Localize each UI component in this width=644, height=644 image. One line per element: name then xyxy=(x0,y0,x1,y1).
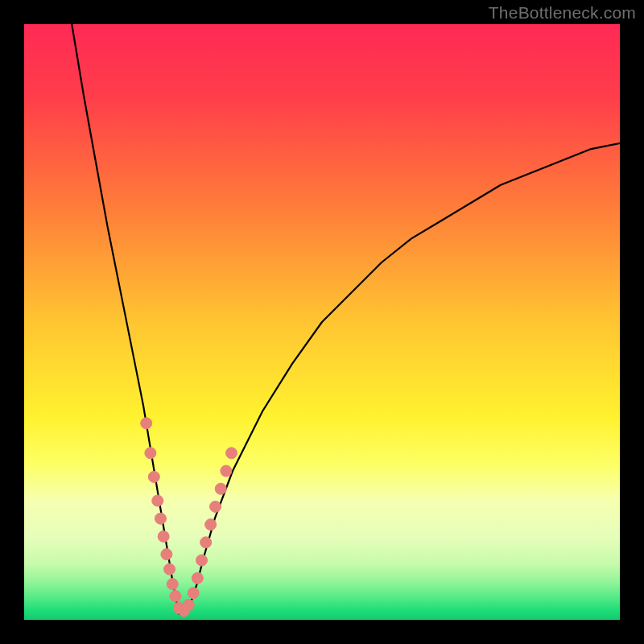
marker-dot xyxy=(215,483,226,494)
bottleneck-curve xyxy=(72,24,620,614)
marker-dot xyxy=(164,564,175,575)
watermark-label: TheBottleneck.com xyxy=(489,3,636,23)
marker-dot xyxy=(188,588,199,599)
chart-overlay xyxy=(24,24,620,620)
highlighted-points xyxy=(141,418,237,617)
marker-dot xyxy=(170,590,181,601)
marker-dot xyxy=(200,537,212,548)
marker-dot xyxy=(205,519,217,530)
marker-dot xyxy=(158,530,169,542)
marker-dot xyxy=(167,579,178,590)
marker-dot xyxy=(145,448,156,459)
marker-dot xyxy=(155,513,166,524)
marker-dot xyxy=(148,471,159,482)
marker-dot xyxy=(141,418,152,429)
marker-dot xyxy=(226,448,237,459)
chart-frame: TheBottleneck.com xyxy=(0,0,644,644)
marker-dot xyxy=(152,495,163,506)
marker-dot xyxy=(196,555,208,566)
marker-dot xyxy=(161,549,172,560)
plot-area xyxy=(24,24,620,620)
marker-dot xyxy=(221,465,232,477)
marker-dot xyxy=(183,600,194,611)
marker-dot xyxy=(192,572,203,584)
marker-dot xyxy=(210,501,221,512)
